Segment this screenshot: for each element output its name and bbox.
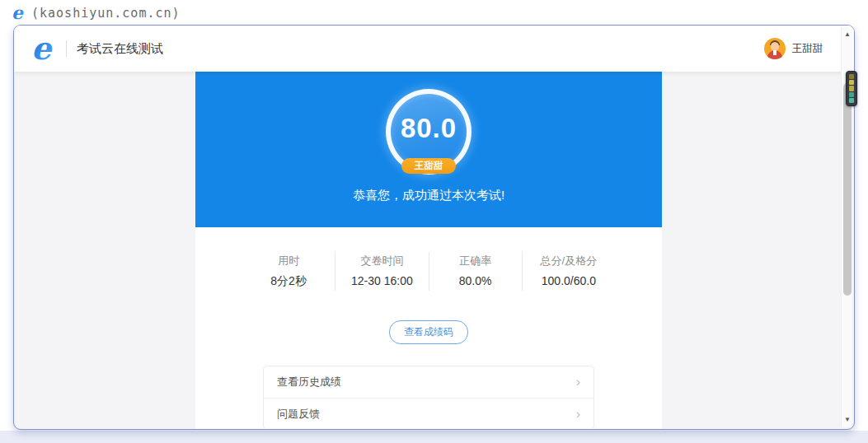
stat-accuracy: 正确率 80.0% [429, 252, 523, 291]
score-value: 80.0 [401, 113, 457, 144]
site-logo-icon: e [12, 3, 28, 23]
svg-text:e: e [12, 3, 24, 23]
content-area: 80.0 王甜甜 恭喜您，成功通过本次考试! 用时 8分2秒 交卷时间 12-3… [14, 72, 854, 429]
chevron-right-icon: › [576, 375, 580, 389]
result-panel: 80.0 王甜甜 恭喜您，成功通过本次考试! 用时 8分2秒 交卷时间 12-3… [195, 72, 662, 429]
score-code-wrap: 查看成绩码 [195, 320, 662, 344]
browser-bar: e (kaoshiyun.com.cn) [12, 3, 181, 23]
congrats-message: 恭喜您，成功通过本次考试! [195, 188, 662, 203]
avatar-collar [773, 50, 777, 55]
stat-value: 100.0/60.0 [523, 274, 615, 287]
view-score-code-button[interactable]: 查看成绩码 [389, 320, 468, 344]
stat-label: 正确率 [429, 254, 522, 268]
app-header: e 考试云在线测试 王甜甜 [14, 26, 854, 72]
stat-value: 12-30 16:00 [335, 274, 428, 287]
action-link-list: 查看历史成绩 › 问题反馈 › [263, 366, 594, 430]
exam-stats: 用时 8分2秒 交卷时间 12-30 16:00 正确率 80.0% 总分/及格… [242, 252, 615, 291]
stat-total-pass-score: 总分/及格分 100.0/60.0 [523, 252, 615, 291]
user-avatar[interactable] [764, 38, 786, 59]
minimap-bar [849, 74, 854, 79]
minimap-bar [849, 92, 854, 97]
stat-label: 交卷时间 [335, 254, 428, 268]
stat-duration: 用时 8分2秒 [242, 252, 335, 291]
minimap-bar [849, 86, 854, 91]
desktop-background [0, 431, 868, 443]
stat-label: 总分/及格分 [523, 254, 615, 268]
stat-value: 80.0% [429, 274, 522, 287]
user-name-badge: 王甜甜 [401, 158, 456, 174]
user-name: 王甜甜 [792, 42, 823, 56]
scrollbar-thumb[interactable] [843, 83, 852, 296]
stat-submit-time: 交卷时间 12-30 16:00 [335, 252, 429, 291]
site-domain: (kaoshiyun.com.cn) [31, 6, 181, 21]
extension-minimap-widget[interactable] [846, 71, 857, 106]
svg-text:e: e [31, 32, 53, 65]
app-window: e 考试云在线测试 王甜甜 80.0 王甜甜 恭喜您，成功通过本次考试! [13, 25, 855, 430]
stat-value: 8分2秒 [242, 274, 335, 289]
scroll-up-icon[interactable]: ▲ [842, 29, 853, 40]
minimap-bar [849, 80, 854, 85]
minimap-bar [849, 98, 854, 103]
feedback-item[interactable]: 问题反馈 › [264, 398, 594, 429]
chevron-right-icon: › [576, 408, 580, 421]
score-banner: 80.0 王甜甜 恭喜您，成功通过本次考试! [195, 72, 662, 227]
link-label: 问题反馈 [277, 407, 320, 422]
view-history-scores-item[interactable]: 查看历史成绩 › [264, 366, 594, 398]
app-title: 考试云在线测试 [77, 41, 163, 57]
user-menu[interactable]: 王甜甜 [764, 38, 823, 59]
header-divider [66, 40, 67, 57]
link-label: 查看历史成绩 [277, 375, 341, 389]
scroll-down-icon[interactable]: ▼ [842, 414, 853, 426]
app-logo-icon: e [31, 32, 58, 65]
stat-label: 用时 [242, 254, 335, 268]
